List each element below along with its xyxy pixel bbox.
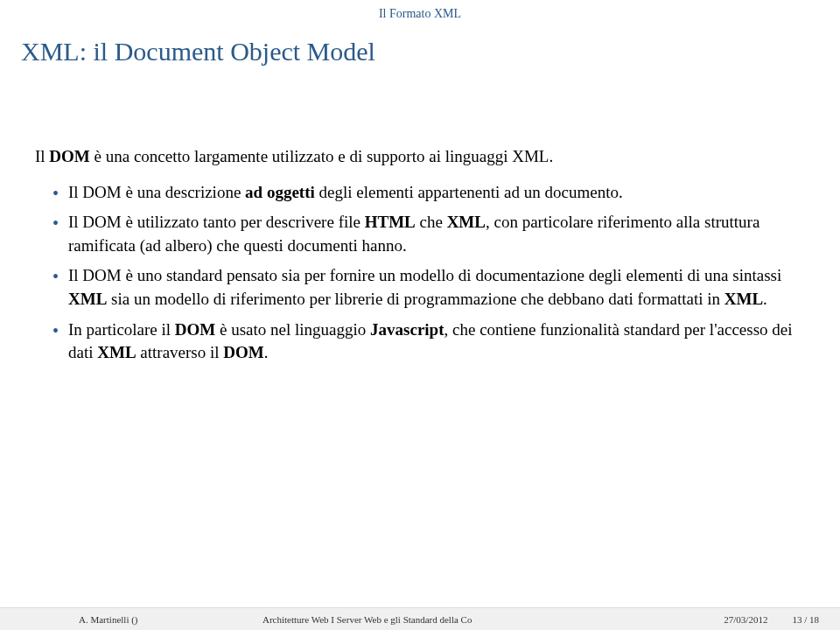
bullet-item: Il DOM è una descrizione ad oggetti degl… bbox=[52, 181, 805, 205]
intro-post: è una concetto largamente utilizzato e d… bbox=[90, 147, 553, 165]
slide-content: Il DOM è una concetto largamente utilizz… bbox=[0, 145, 840, 365]
bullet-bold-text: ad oggetti bbox=[245, 183, 315, 201]
bullet-bold-text: XML bbox=[97, 343, 136, 361]
bullet-text: sia un modello di riferimento per librer… bbox=[107, 290, 724, 308]
bullet-text: degli elementi appartenenti ad un docume… bbox=[315, 183, 623, 201]
slide-title: XML: il Document Object Model bbox=[0, 21, 840, 145]
bullet-item: Il DOM è uno standard pensato sia per fo… bbox=[52, 264, 805, 311]
intro-pre: Il bbox=[35, 147, 49, 165]
intro-paragraph: Il DOM è una concetto largamente utilizz… bbox=[35, 145, 805, 169]
bullet-bold-text: DOM bbox=[223, 343, 263, 361]
bullet-text: In particolare il bbox=[68, 320, 175, 339]
bullet-text: attraverso il bbox=[136, 343, 224, 361]
footer-date: 27/03/2012 bbox=[724, 614, 767, 625]
bullet-text: Il DOM è utilizzato tanto per descrivere… bbox=[68, 213, 365, 231]
bullet-bold-text: Javascript bbox=[370, 320, 444, 339]
bullet-text: Il DOM è una descrizione bbox=[68, 183, 245, 201]
bullet-text: è usato nel linguaggio bbox=[215, 320, 370, 339]
footer-title: Architetture Web I Server Web e gli Stan… bbox=[245, 614, 724, 625]
intro-bold: DOM bbox=[49, 147, 89, 165]
bullet-bold-text: XML bbox=[447, 213, 486, 231]
breadcrumb: Il Formato XML bbox=[0, 0, 840, 21]
bullet-bold-text: DOM bbox=[175, 320, 215, 339]
bullet-text: . bbox=[264, 343, 269, 361]
footer-author: A. Martinelli () bbox=[0, 614, 245, 625]
bullet-text: . bbox=[763, 290, 767, 308]
bullet-bold-text: XML bbox=[724, 290, 763, 308]
bullet-text: che bbox=[416, 213, 447, 231]
bullet-bold-text: XML bbox=[68, 290, 107, 308]
bullet-text: Il DOM è uno standard pensato sia per fo… bbox=[68, 266, 781, 284]
footer-page: 13 / 18 bbox=[792, 614, 819, 625]
bullet-item: In particolare il DOM è usato nel lingua… bbox=[52, 318, 805, 365]
bullet-item: Il DOM è utilizzato tanto per descrivere… bbox=[52, 211, 805, 257]
bullet-list: Il DOM è una descrizione ad oggetti degl… bbox=[35, 181, 805, 365]
footer: A. Martinelli () Architetture Web I Serv… bbox=[0, 607, 840, 630]
bullet-bold-text: HTML bbox=[365, 213, 416, 231]
